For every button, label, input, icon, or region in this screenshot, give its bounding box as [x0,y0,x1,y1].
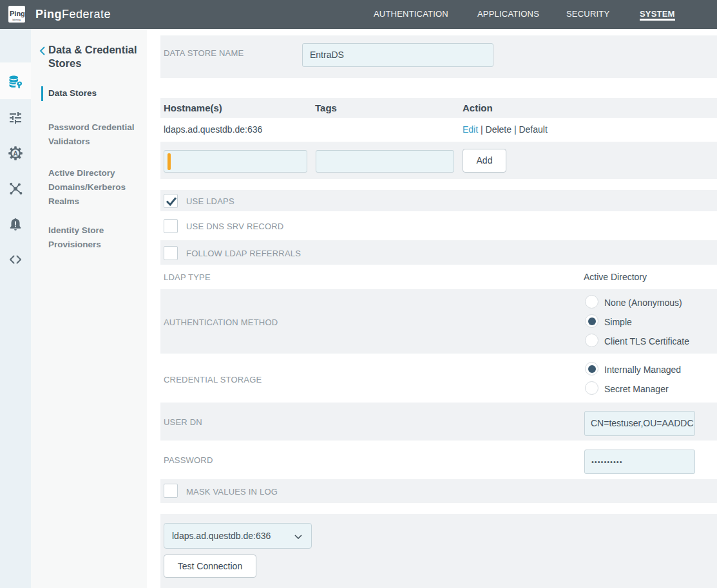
svg-text:A: A [13,150,17,157]
